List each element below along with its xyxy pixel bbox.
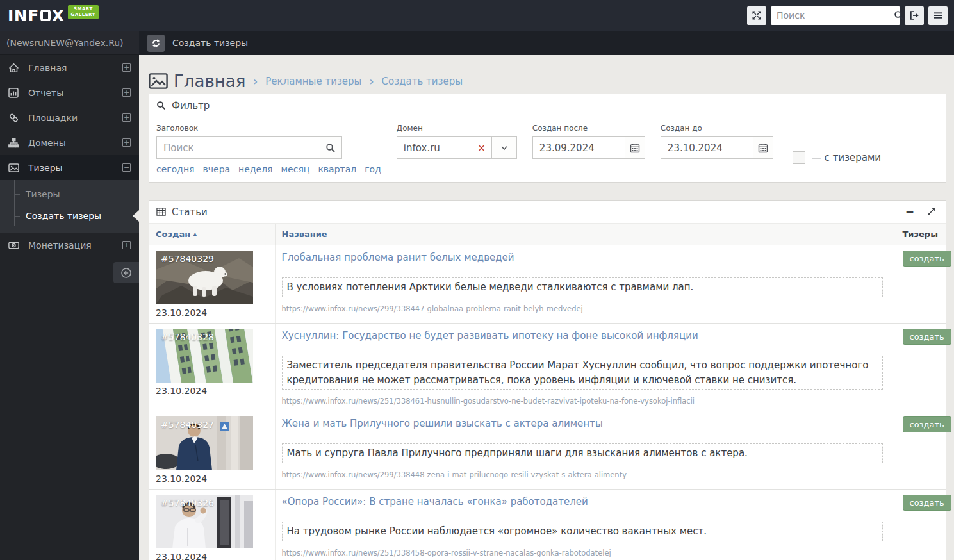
created-after-label: Создан после [532, 124, 645, 133]
filter-group-domain: Домен infox.ru × [397, 124, 517, 174]
sidebar-item-label: Тизеры [28, 163, 63, 173]
hamburger-icon [933, 10, 943, 21]
page-toolbar: Создать тизеры [139, 31, 954, 55]
breadcrumb-link-ad-teasers[interactable]: Рекламные тизеры [265, 76, 361, 87]
filter-group-created-before: Создан до [661, 124, 773, 174]
created-cell: #57840328 23.10.2024 [149, 324, 275, 411]
sidebar-item-reports[interactable]: Отчеты + [0, 80, 139, 105]
account-label: (NewsruNEW@Yandex.Ru) [0, 31, 139, 55]
title-search-button[interactable] [320, 137, 341, 158]
sidebar-item-monetization[interactable]: Монетизация + [0, 233, 139, 258]
article-url: https://www.infox.ru/news/251/338458-opo… [282, 548, 889, 557]
global-search-input[interactable] [771, 10, 894, 21]
chevron-down-icon [500, 144, 509, 152]
article-id: #57840327 [161, 420, 214, 430]
search-icon [325, 143, 336, 153]
table-row: #57840327 23.10.2024 Жена и мать Прилучн… [149, 411, 946, 490]
logo-o-glyph [40, 10, 51, 21]
name-cell: Хуснуллин: Государство не будет развиват… [275, 324, 896, 411]
article-thumbnail-polar-bear[interactable]: #57840329 [156, 251, 253, 304]
article-title-link[interactable]: Глобальная проблема ранит белых медведей [282, 252, 514, 263]
sidebar-item-teasers[interactable]: Тизеры − [0, 155, 139, 180]
logout-button[interactable] [905, 6, 924, 25]
calendar-icon [630, 143, 640, 153]
collapse-minus-icon[interactable]: − [122, 163, 131, 172]
articles-panel: Статьи − Создан▲ Название Тизеры [149, 200, 946, 560]
table-row: #57840328 23.10.2024 Хуснуллин: Государс… [149, 324, 946, 411]
article-description-field[interactable]: На трудовом рынке России наблюдается «ог… [282, 522, 883, 541]
article-description-field[interactable]: Мать и супруга Павла Прилучного предприн… [282, 443, 883, 463]
created-before-label: Создан до [661, 124, 773, 133]
created-after-input[interactable] [533, 142, 625, 154]
name-cell: Жена и мать Прилучного решили взыскать с… [275, 411, 896, 490]
created-before-box [661, 136, 773, 159]
created-before-calendar-button[interactable] [753, 137, 773, 158]
filter-panel: Фильтр Заголовок сегодня вчера неделя [149, 94, 946, 183]
domain-select[interactable]: infox.ru × [397, 136, 517, 159]
article-thumbnail-man-blue-coat[interactable]: #57840327 [156, 416, 253, 470]
panel-expand-icon[interactable] [926, 207, 936, 217]
sidebar-item-home[interactable]: Главная + [0, 55, 139, 80]
sort-asc-icon: ▲ [193, 231, 197, 237]
quick-link-week[interactable]: неделя [238, 164, 272, 174]
page-image-icon [149, 73, 168, 89]
bar-chart-icon [8, 88, 22, 98]
table-grid-icon [156, 207, 166, 217]
sidebar-item-label: Домены [28, 138, 66, 148]
expand-plus-icon[interactable]: + [122, 88, 131, 97]
quick-link-year[interactable]: год [365, 164, 381, 174]
column-header-name[interactable]: Название [275, 224, 896, 245]
created-after-calendar-button[interactable] [625, 137, 645, 158]
name-cell: Глобальная проблема ранит белых медведей… [275, 245, 896, 324]
quick-link-quarter[interactable]: квартал [318, 164, 356, 174]
article-title-link[interactable]: «Опора России»: В стране началась «гонка… [282, 496, 588, 507]
domain-dropdown-toggle[interactable] [491, 137, 516, 158]
created-cell: #57840329 23.10.2024 [149, 245, 275, 324]
teasers-cell: создать [896, 490, 946, 560]
column-header-created[interactable]: Создан▲ [149, 224, 275, 245]
breadcrumb-link-create-teasers[interactable]: Создать тизеры [381, 76, 463, 87]
article-url: https://www.infox.ru/news/299/338448-zen… [282, 470, 889, 479]
quick-link-month[interactable]: месяц [281, 164, 310, 174]
create-teaser-button[interactable]: создать [903, 329, 951, 345]
topbar-controls [747, 6, 954, 25]
refresh-button[interactable] [147, 35, 165, 52]
sidebar-item-platforms[interactable]: Площадки + [0, 105, 139, 130]
expand-plus-icon[interactable]: + [122, 138, 131, 147]
article-thumbnail-man-office[interactable]: #57840326 [156, 495, 253, 548]
submenu-item-teasers[interactable]: Тизеры [0, 183, 139, 205]
sidebar-collapse-button[interactable] [113, 262, 139, 283]
article-title-link[interactable]: Жена и мать Прилучного решили взыскать с… [282, 418, 603, 429]
expand-plus-icon[interactable]: + [122, 113, 131, 122]
article-description-field[interactable]: Заместитель председателя правительства Р… [282, 356, 883, 390]
panel-minimize-icon[interactable]: − [905, 206, 914, 217]
article-thumbnail-green-building[interactable]: #57840328 [156, 329, 253, 383]
title-search-input[interactable] [157, 142, 320, 154]
toolbar-title: Создать тизеры [172, 38, 248, 48]
infox-logo[interactable]: INFX SMART GALLERY [0, 5, 99, 26]
expand-plus-icon[interactable]: + [122, 63, 131, 72]
quick-link-today[interactable]: сегодня [156, 164, 195, 174]
article-date: 23.10.2024 [156, 308, 268, 318]
teasers-cell: создать [896, 411, 946, 490]
with-teasers-checkbox[interactable] [793, 151, 805, 164]
article-description-field[interactable]: В условиях потепления Арктики белые медв… [282, 277, 883, 297]
create-teaser-button[interactable]: создать [903, 495, 951, 511]
submenu-item-create-teasers[interactable]: Создать тизеры [0, 205, 139, 227]
submenu-tick [14, 194, 20, 195]
created-before-input[interactable] [661, 142, 753, 154]
filter-panel-header: Фильтр [149, 94, 946, 117]
expand-plus-icon[interactable]: + [122, 241, 131, 249]
fullscreen-button[interactable] [747, 6, 766, 25]
teasers-submenu: Тизеры Создать тизеры [0, 180, 139, 233]
title-search-box [156, 136, 342, 159]
article-title-link[interactable]: Хуснуллин: Государство не будет развиват… [282, 330, 698, 342]
quick-link-yesterday[interactable]: вчера [203, 164, 231, 174]
domain-clear-icon[interactable]: × [472, 142, 491, 154]
teasers-cell: создать [896, 324, 946, 411]
create-teaser-button[interactable]: создать [903, 251, 951, 267]
create-teaser-button[interactable]: создать [903, 416, 951, 432]
menu-button[interactable] [928, 6, 948, 25]
sidebar-item-domains[interactable]: Домены + [0, 130, 139, 155]
submenu-tick [14, 216, 20, 217]
